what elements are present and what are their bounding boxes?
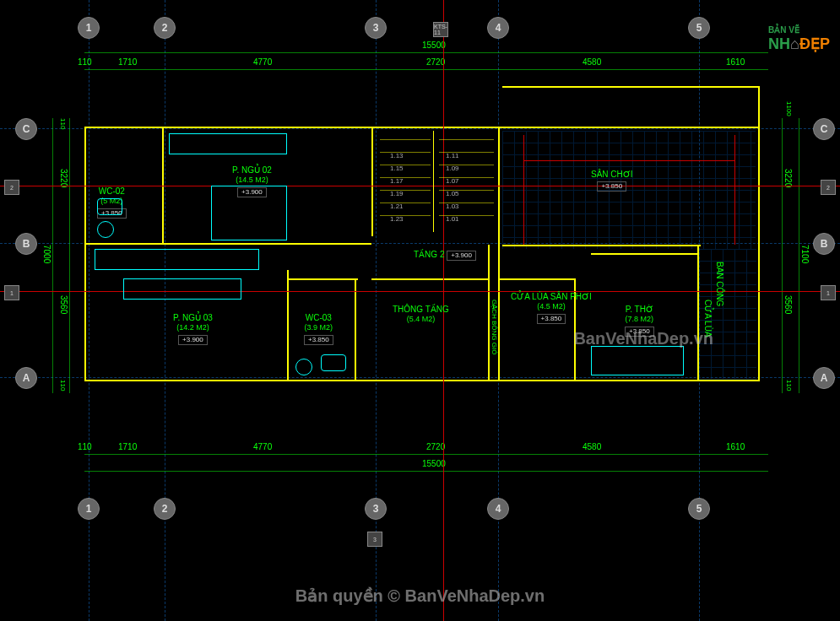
room-tang2: TẦNG 2 +3.900	[414, 249, 476, 261]
dim: 3560	[59, 295, 68, 314]
dim: 4770	[253, 442, 272, 451]
wardrobe-icon	[95, 249, 259, 270]
grid-line-3	[376, 0, 377, 621]
watermark-2: Bản quyền © BanVeNhaDep.vn	[0, 586, 840, 606]
wall-left	[84, 127, 86, 381]
room-bancong: BAN CÔNG	[714, 262, 725, 306]
dim: 110	[785, 380, 793, 391]
room-sanchoi: SÂN CHƠI +3.850	[591, 169, 633, 192]
dim: 4580	[583, 57, 601, 67]
dim-overall: 15500	[422, 40, 446, 50]
dim-line	[84, 454, 768, 455]
axis-3-bot: 3	[365, 498, 387, 520]
wardrobe-icon	[123, 278, 241, 300]
axis-a-left: A	[15, 367, 37, 389]
red-line	[523, 160, 734, 161]
axis-3-top: 3	[365, 17, 387, 39]
dim: 1710	[118, 57, 137, 67]
axis-5-top: 5	[688, 17, 710, 39]
toilet-icon	[97, 198, 122, 215]
red-line	[523, 135, 524, 245]
wall-bottom	[84, 380, 760, 381]
axis-b-right: B	[813, 233, 835, 255]
wall	[502, 245, 701, 246]
room-sanphoi: CỬA LÙA SÂN PHƠI (4.5 M2) +3.850	[511, 291, 592, 324]
section-mark-right-1: 2	[821, 180, 836, 195]
dim: 1610	[726, 57, 745, 67]
dim: 3560	[783, 295, 793, 314]
dim: 7000	[42, 245, 51, 263]
watermark-1: BanVeNhaDep.vn	[573, 329, 713, 348]
house-icon: ⌂	[790, 35, 799, 52]
dim: 1610	[726, 442, 745, 451]
dim: 15500	[422, 459, 446, 468]
axis-c-left: C	[15, 118, 37, 140]
wall	[371, 278, 490, 280]
dim: 2720	[426, 57, 445, 67]
grid-line-1	[89, 0, 89, 621]
dim-line	[52, 118, 53, 393]
dim: 2720	[426, 442, 445, 451]
section-mark-left-2: 1	[4, 285, 19, 300]
dim-line	[84, 69, 768, 70]
dim: 3220	[783, 169, 793, 187]
dim: 4580	[583, 442, 601, 451]
dim-line	[799, 118, 799, 393]
wall-top	[84, 127, 760, 128]
room-pngu03: P. NGỦ 03 (14.2 M2) +3.900	[173, 312, 213, 345]
axis-1-bot: 1	[78, 498, 100, 520]
wall	[697, 245, 699, 380]
section-mark-left-1: 2	[4, 180, 19, 195]
axis-4-bot: 4	[487, 498, 509, 520]
axis-c-right: C	[813, 118, 835, 140]
section-mark-right-2: 1	[821, 285, 836, 300]
logo: BẢN VẼ NH⌂ĐẸP	[768, 25, 830, 53]
dim: 1100	[785, 101, 793, 116]
altar-icon	[591, 346, 684, 375]
dim: 110	[59, 380, 67, 391]
dim-line	[69, 118, 70, 393]
dim: 110	[59, 118, 67, 129]
grid-line-c	[0, 128, 840, 129]
wall	[355, 278, 356, 380]
sink-icon	[97, 221, 114, 238]
axis-5-bot: 5	[688, 498, 710, 520]
dim-line	[782, 118, 783, 393]
axis-2-bot: 2	[154, 498, 176, 520]
wall	[371, 127, 373, 236]
cad-canvas: 15500 110 1710 4770 2720 4580 1610 15500…	[0, 0, 840, 621]
dim-line	[84, 471, 768, 472]
wall	[287, 270, 289, 380]
sink-icon	[295, 359, 312, 375]
axis-1-top: 1	[78, 17, 100, 39]
section-mark-top: KTS-11	[433, 22, 448, 37]
section-mark-bottom: 3	[367, 532, 382, 547]
wall	[591, 253, 699, 255]
label-gachbong: GẠCH BÔNG GIÓ	[490, 300, 498, 354]
dim-line	[84, 52, 768, 53]
dim: 7100	[800, 245, 810, 263]
dim: 4770	[253, 57, 272, 67]
dim: 110	[78, 442, 92, 451]
axis-b-left: B	[15, 233, 37, 255]
room-thongtang: THÔNG TẦNG (5.4 M2)	[393, 304, 449, 325]
dim: 110	[78, 57, 92, 67]
red-line	[734, 135, 735, 245]
bed-icon	[211, 186, 287, 240]
wardrobe-icon	[169, 133, 287, 154]
grid-line-2	[165, 0, 165, 621]
axis-a-right: A	[813, 367, 835, 389]
axis-4-top: 4	[487, 17, 509, 39]
room-wc03: WC-03 (3.9 M2) +3.850	[304, 312, 333, 345]
wall	[84, 243, 371, 245]
wall-right	[758, 86, 760, 381]
wall-roof-top	[502, 86, 760, 88]
wall	[287, 278, 358, 280]
dim: 3220	[59, 169, 68, 187]
wall	[500, 278, 576, 280]
dim: 1710	[118, 442, 137, 451]
axis-2-top: 2	[154, 17, 176, 39]
toilet-icon	[321, 354, 346, 371]
